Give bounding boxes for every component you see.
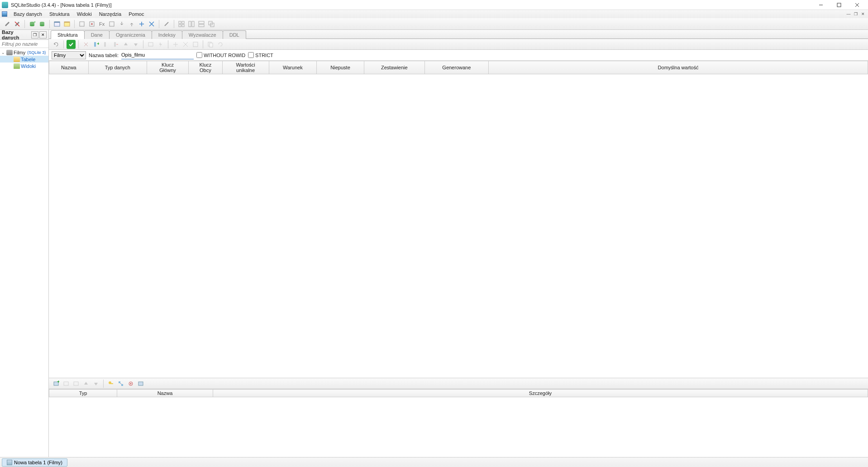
add-check-constraint-button[interactable]	[136, 379, 145, 388]
col-klucz-obcy[interactable]: KluczObcy	[189, 61, 222, 74]
delete-column-button	[111, 40, 120, 49]
views-label: Widoki	[21, 63, 36, 69]
svg-rect-24	[182, 24, 184, 27]
tile-windows-button[interactable]	[177, 19, 186, 29]
add-column-button[interactable]: +	[91, 40, 100, 49]
main-toolbar: + Fx	[0, 18, 868, 30]
fx-button[interactable]: Fx	[97, 19, 106, 29]
table-icon	[7, 460, 12, 465]
add-index-button	[146, 40, 155, 49]
add-fk-constraint-button[interactable]	[116, 379, 125, 388]
tile-vertical-button[interactable]	[197, 19, 206, 29]
undock-button[interactable]: ❐	[31, 31, 38, 39]
ddl-history-button[interactable]	[62, 19, 72, 29]
col-zestawienie[interactable]: Zestawienie	[364, 61, 425, 74]
edit-constraint-button	[62, 379, 71, 388]
col-domyslna[interactable]: Domyślna wartość	[489, 61, 868, 74]
cascade-windows-button[interactable]	[207, 19, 216, 29]
edit-db-button[interactable]	[38, 19, 47, 29]
close-button[interactable]	[848, 0, 866, 10]
add-db-button[interactable]: +	[28, 19, 37, 29]
mdi-controls: — ❐ ✕	[845, 11, 866, 17]
filter-input[interactable]	[0, 40, 48, 48]
svg-rect-28	[199, 24, 204, 27]
constraints-grid[interactable]: Typ Nazwa Szczegóły	[49, 389, 868, 457]
tab-wyzwalacze[interactable]: Wyzwalacze	[182, 30, 223, 39]
add-constraint-button[interactable]: +	[52, 379, 61, 388]
export-button[interactable]	[127, 19, 136, 29]
without-rowid-checkbox[interactable]: WITHOUT ROWID	[196, 52, 245, 58]
mdi-close-button[interactable]: ✕	[860, 11, 866, 17]
open-sql-editor-button[interactable]	[52, 19, 62, 29]
svg-rect-21	[179, 21, 181, 24]
constraints-header-row: Typ Nazwa Szczegóły	[49, 390, 868, 397]
tree-db-node[interactable]: ⌄ Filmy (SQLite 3)	[0, 49, 48, 56]
import-button[interactable]	[117, 19, 126, 29]
col-generowane[interactable]: Generowane	[424, 61, 489, 74]
title-bar: SQLiteStudio (3.4.4) - [Nowa tabela 1 (F…	[0, 0, 868, 10]
disconnect-db-button[interactable]	[13, 19, 22, 29]
svg-rect-27	[199, 21, 204, 24]
svg-rect-26	[192, 21, 194, 27]
functions-button[interactable]	[87, 19, 96, 29]
tile-horizontal-button[interactable]	[187, 19, 196, 29]
svg-rect-33	[94, 42, 96, 47]
commit-button[interactable]	[67, 40, 76, 49]
menu-tools[interactable]: Narzędzia	[95, 10, 125, 18]
minimize-button[interactable]	[812, 0, 830, 10]
connect-db-button[interactable]	[3, 19, 12, 29]
col-unikalne[interactable]: Wartościunikalne	[222, 61, 269, 74]
document-tab[interactable]: Nowa tabela 1 (Filmy)	[2, 458, 67, 467]
close-panel-button[interactable]: ✕	[39, 31, 47, 39]
chevron-down-icon[interactable]: ⌄	[1, 50, 5, 55]
menu-structure[interactable]: Struktura	[46, 10, 73, 18]
tab-ddl[interactable]: DDL	[223, 30, 246, 39]
menu-databases[interactable]: Bazy danych	[10, 10, 46, 18]
copy-button	[206, 40, 215, 49]
tab-ograniczenia[interactable]: Ograniczenia	[109, 30, 152, 39]
con-nazwa[interactable]: Nazwa	[117, 390, 213, 397]
table-name-input[interactable]	[121, 51, 194, 59]
edit-column-button	[101, 40, 110, 49]
tab-struktura[interactable]: Struktura	[51, 30, 85, 39]
svg-point-52	[130, 383, 132, 384]
collations-button[interactable]	[107, 19, 116, 29]
maximize-button[interactable]	[830, 0, 848, 10]
rollback-button	[81, 40, 91, 49]
mdi-restore-button[interactable]: ❐	[853, 11, 859, 17]
load-ext-button[interactable]	[77, 19, 86, 29]
col-warunek[interactable]: Warunek	[269, 61, 316, 74]
db-select[interactable]: Filmy	[52, 51, 86, 59]
configure-button[interactable]	[162, 19, 171, 29]
menu-views[interactable]: Widoki	[73, 10, 95, 18]
con-szczegoly[interactable]: Szczegóły	[213, 390, 868, 397]
window-title: SQLiteStudio (3.4.4) - [Nowa tabela 1 (F…	[11, 2, 812, 8]
tab-strip: Struktura Dane Ograniczenia Indeksy Wyzw…	[49, 30, 868, 39]
add-pk-constraint-button[interactable]	[106, 379, 115, 388]
col-niepuste[interactable]: Niepuste	[317, 61, 364, 74]
sidebar-title: Bazy danych	[2, 29, 30, 40]
svg-point-11	[40, 24, 44, 26]
svg-point-18	[91, 23, 93, 25]
col-klucz-glowny[interactable]: KluczGłówny	[147, 61, 189, 74]
move-constraint-down-button	[91, 379, 100, 388]
tree-views-node[interactable]: Widoki	[0, 63, 48, 69]
col-nazwa[interactable]: Nazwa	[49, 61, 89, 74]
tab-indeksy[interactable]: Indeksy	[152, 30, 182, 39]
refresh-button[interactable]	[52, 40, 61, 49]
move-constraint-up-button	[81, 379, 91, 388]
expand-all-icon[interactable]	[137, 19, 146, 29]
tree-tables-node[interactable]: Tabele	[0, 56, 48, 63]
col-typ[interactable]: Typ danych	[88, 61, 147, 74]
tab-dane[interactable]: Dane	[84, 30, 110, 39]
menu-help[interactable]: Pomoc	[125, 10, 148, 18]
populate-button	[191, 40, 200, 49]
mdi-minimize-button[interactable]: —	[845, 11, 852, 17]
constraints-toolbar: +	[49, 378, 868, 389]
columns-grid[interactable]: Nazwa Typ danych KluczGłówny KluczObcy W…	[49, 61, 868, 378]
strict-checkbox[interactable]: STRICT	[248, 52, 273, 58]
add-unique-constraint-button[interactable]	[126, 379, 135, 388]
con-typ[interactable]: Typ	[49, 390, 117, 397]
svg-text:+: +	[97, 41, 99, 46]
collapse-all-icon[interactable]	[147, 19, 156, 29]
